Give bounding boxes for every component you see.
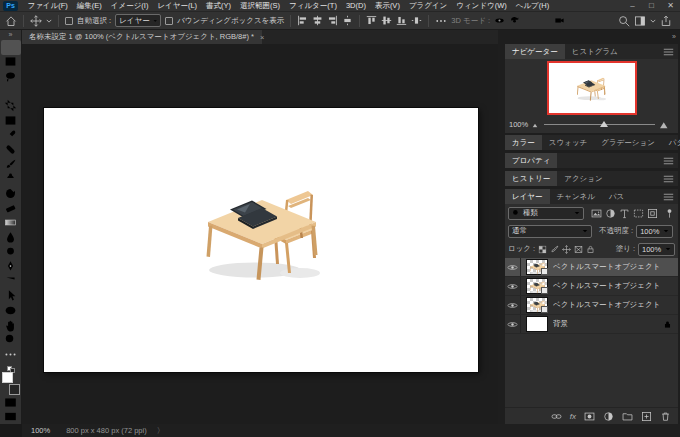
share-icon[interactable] <box>660 15 672 27</box>
menu-edit[interactable]: 編集(E) <box>72 1 106 11</box>
layer-visibility-eye-icon[interactable] <box>505 296 521 314</box>
menu-file[interactable]: ファイル(F) <box>23 1 72 11</box>
align-left-icon[interactable] <box>297 15 308 26</box>
lock-transparency-icon[interactable] <box>538 245 547 254</box>
3d-camera-icon[interactable] <box>554 15 565 26</box>
layer-name[interactable]: 背景 <box>553 319 568 329</box>
bounding-box-checkbox[interactable] <box>165 17 173 25</box>
layer-name[interactable]: ベクトルスマートオブジェクト <box>553 262 660 272</box>
document-tab[interactable]: 名称未設定 1 @ 100% (ベクトルスマートオブジェクト, RGB/8#) … <box>22 30 262 44</box>
zoom-out-icon[interactable] <box>532 121 540 128</box>
align-right-icon[interactable] <box>327 15 338 26</box>
minimize-button[interactable]: – <box>623 0 642 12</box>
tab-color[interactable]: カラー <box>505 135 542 150</box>
layer-row[interactable]: ベクトルスマートオブジェクト <box>505 258 678 277</box>
zoom-slider-handle[interactable] <box>600 121 608 127</box>
filter-smart-objects-icon[interactable] <box>647 208 658 219</box>
menu-plugins[interactable]: プラグイン <box>404 1 451 11</box>
more-options-icon[interactable] <box>435 15 447 27</box>
layer-name[interactable]: ベクトルスマートオブジェクト <box>553 281 660 291</box>
status-options-chevron-icon[interactable]: 〉 <box>157 426 165 436</box>
blend-mode-dropdown[interactable]: 通常 <box>508 225 592 238</box>
collapse-panels-icon[interactable]: » <box>672 33 676 40</box>
delete-layer-icon[interactable] <box>660 411 671 422</box>
filter-type-layers-icon[interactable] <box>619 208 630 219</box>
3d-slide-icon[interactable] <box>539 15 550 26</box>
panel-menu-icon[interactable] <box>663 157 674 165</box>
lock-position-icon[interactable] <box>562 245 571 254</box>
tool-frame[interactable] <box>1 113 21 128</box>
tool-eyedropper[interactable] <box>1 128 21 143</box>
tool-hand[interactable] <box>1 318 21 333</box>
menu-3d[interactable]: 3D(D) <box>341 1 370 10</box>
lock-all-icon[interactable] <box>586 245 595 254</box>
canvas[interactable] <box>44 108 478 372</box>
tool-brush[interactable] <box>1 157 21 172</box>
menu-window[interactable]: ウィンドウ(W) <box>452 1 511 11</box>
auto-select-target-dropdown[interactable]: レイヤー <box>115 14 161 27</box>
tab-navigator[interactable]: ナビゲーター <box>505 44 565 59</box>
tool-shape[interactable] <box>1 303 21 318</box>
filter-adjustment-layers-icon[interactable] <box>605 208 616 219</box>
tool-move[interactable] <box>1 40 21 55</box>
menu-help[interactable]: ヘルプ(H) <box>511 1 553 11</box>
align-center-horizontal-icon[interactable] <box>312 15 323 26</box>
tool-magic-wand[interactable] <box>1 84 21 99</box>
navigator-zoom-slider[interactable] <box>532 120 670 129</box>
align-bottom-icon[interactable] <box>396 15 407 26</box>
add-layer-mask-icon[interactable] <box>584 411 595 422</box>
layer-visibility-eye-icon[interactable] <box>505 258 521 276</box>
tab-actions[interactable]: アクション <box>557 171 609 186</box>
maximize-button[interactable]: □ <box>642 0 661 12</box>
layer-row-background[interactable]: 背景 <box>505 315 678 334</box>
adjustment-layer-icon[interactable] <box>603 411 614 422</box>
foreground-color-swatch[interactable] <box>2 372 13 383</box>
layer-thumbnail[interactable] <box>526 297 548 313</box>
tab-layers[interactable]: レイヤー <box>505 189 550 204</box>
search-icon[interactable] <box>618 15 630 27</box>
tool-pen[interactable] <box>1 259 21 274</box>
tool-eraser[interactable] <box>1 201 21 216</box>
new-group-icon[interactable] <box>622 411 633 422</box>
tab-swatches[interactable]: スウォッチ <box>542 135 594 150</box>
zoom-in-icon[interactable] <box>659 120 670 129</box>
auto-select-checkbox[interactable] <box>65 17 73 25</box>
navigator-proxy-view[interactable] <box>547 61 637 115</box>
tab-close-icon[interactable]: × <box>260 33 264 42</box>
tool-clone-stamp[interactable] <box>1 172 21 187</box>
tab-patterns[interactable]: パターン <box>662 135 680 150</box>
tool-zoom[interactable] <box>1 333 21 348</box>
tab-channels[interactable]: チャンネル <box>550 189 602 204</box>
layer-filter-toggle-icon[interactable] <box>664 208 675 219</box>
chevron-down-icon[interactable] <box>650 18 656 24</box>
tab-gradients[interactable]: グラデーション <box>594 135 662 150</box>
layer-filter-dropdown[interactable]: 種類 <box>508 207 584 220</box>
tab-histogram[interactable]: ヒストグラム <box>565 44 625 59</box>
filter-shape-layers-icon[interactable] <box>633 208 644 219</box>
menu-select[interactable]: 選択範囲(S) <box>236 1 285 11</box>
navigator-zoom-value[interactable]: 100% <box>509 120 528 129</box>
layer-thumbnail[interactable] <box>526 259 548 275</box>
tool-path-selection[interactable] <box>1 289 21 304</box>
layer-style-fx-icon[interactable]: fx <box>570 412 576 421</box>
3d-pan-icon[interactable] <box>524 15 535 26</box>
panel-menu-icon[interactable] <box>663 48 674 56</box>
tool-lasso[interactable] <box>1 69 21 84</box>
tool-marquee[interactable] <box>1 55 21 70</box>
layer-thumbnail[interactable] <box>526 278 548 294</box>
tool-history-brush[interactable] <box>1 186 21 201</box>
lock-pixels-icon[interactable] <box>550 245 559 254</box>
screen-mode-icon[interactable] <box>1 410 21 425</box>
quick-mask-icon[interactable] <box>1 395 21 410</box>
tool-dodge[interactable] <box>1 245 21 260</box>
menu-image[interactable]: イメージ(I) <box>106 1 153 11</box>
layer-visibility-eye-icon[interactable] <box>505 315 521 333</box>
filter-pixel-layers-icon[interactable] <box>591 208 602 219</box>
chevron-down-icon[interactable] <box>46 18 52 24</box>
tool-crop[interactable] <box>1 99 21 114</box>
layer-row[interactable]: ベクトルスマートオブジェクト <box>505 296 678 315</box>
tool-blur[interactable] <box>1 230 21 245</box>
link-layers-icon[interactable] <box>551 411 562 422</box>
close-button[interactable]: ✕ <box>661 0 680 12</box>
3d-roll-icon[interactable] <box>509 15 520 26</box>
